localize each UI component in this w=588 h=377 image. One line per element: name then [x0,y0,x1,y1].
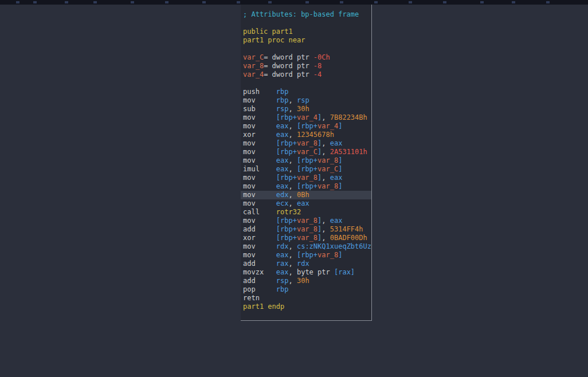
code-line[interactable]: xor [rbp+var_8], 0BADF00Dh [241,234,371,242]
code-line[interactable]: sub rsp, 30h [241,105,371,113]
code-line[interactable]: push rbp [241,88,371,96]
code-token: [rbp+ [276,148,297,156]
code-token: 5314FF4h [330,225,363,233]
code-line[interactable]: add [rbp+var_8], 5314FF4h [241,225,371,234]
code-token: rbp [276,88,289,96]
code-line[interactable]: add rsp, 30h [241,277,371,285]
code-token: mov [243,156,276,164]
code-token: dword ptr [272,70,313,78]
code-token: [rbp+ [297,182,317,190]
code-line[interactable]: mov eax, [rbp+var_8] [241,251,371,260]
code-token: -4 [313,70,322,78]
navigation-band[interactable] [0,0,588,5]
code-token: [rbp+ [297,156,317,164]
code-token: var_8 [297,139,317,147]
code-token: eax [330,139,343,147]
navband-tick [374,1,378,3]
code-token: rdx [297,260,309,268]
navband-tick [93,1,97,3]
navband-tick [237,1,240,3]
code-token: mov [243,251,276,259]
code-token: ecx [276,199,289,207]
code-line[interactable]: call rotr32 [241,208,371,217]
code-token: ] [338,251,342,259]
code-token: xor [243,234,276,242]
code-token: [rbp+ [297,165,317,173]
code-line[interactable]: add rax, rdx [241,260,371,268]
code-token: [rbp+ [276,234,297,242]
code-token: var_C [297,148,317,156]
navband-tick [16,1,19,3]
code-token: var_8 [317,182,338,190]
code-line[interactable]: imul eax, [rbp+var_C] [241,165,371,174]
code-token: , [322,234,330,242]
code-line[interactable] [241,19,371,28]
disassembly-listing[interactable]: ; Attributes: bp-based framepublic part1… [241,5,371,311]
code-line[interactable]: mov eax, [rbp+var_8] [241,156,371,165]
disassembly-panel: ; Attributes: bp-based framepublic part1… [241,5,372,321]
code-token: , [322,139,330,147]
code-token: var_8 [317,251,338,259]
code-token: [rax] [334,268,355,276]
code-token: = [264,70,272,78]
code-line[interactable]: part1 endp [241,303,371,311]
code-line[interactable]: mov [rbp+var_8], eax [241,139,371,148]
code-token: -0Ch [313,53,330,61]
code-line[interactable]: mov rdx, cs:zNKQ1xueqZbt6Uzz [241,242,371,251]
code-line[interactable] [241,45,371,53]
code-line[interactable]: public part1 [241,28,371,36]
navband-tick [33,1,37,3]
code-token: sub [243,105,276,113]
code-token: , [288,199,296,207]
code-line[interactable] [241,79,371,88]
code-token: [rbp+ [276,225,297,233]
code-token: , [288,105,296,113]
code-token: mov [243,174,276,182]
code-token: ; Attributes: bp-based frame [243,10,359,18]
code-line[interactable]: part1 proc near [241,36,371,45]
code-line-current[interactable]: mov edx, 0Bh [241,191,371,199]
code-line[interactable]: var_8= dword ptr -8 [241,62,371,70]
code-line[interactable]: mov [rbp+var_C], 2A531101h [241,148,371,156]
code-line[interactable]: mov [rbp+var_8], eax [241,174,371,182]
code-token: , [288,277,296,285]
code-token: movzx [243,268,276,276]
code-token: , [288,242,296,250]
code-token: pop [243,285,276,293]
code-line[interactable]: mov ecx, eax [241,199,371,208]
code-line[interactable]: mov eax, [rbp+var_4] [241,122,371,131]
code-token: 7B82234Bh [330,113,367,121]
code-token: 30h [297,105,309,113]
code-token: mov [243,96,276,104]
code-token: , [288,96,296,104]
code-token: rdx [276,242,289,250]
navband-tick [409,1,412,3]
code-token: , [322,174,330,182]
navband-tick [512,1,515,3]
code-token: 12345678h [297,131,334,139]
code-token: rotr32 [276,208,301,216]
navband-tick [202,1,206,3]
code-line[interactable]: pop rbp [241,285,371,294]
code-line[interactable]: mov eax, [rbp+var_8] [241,182,371,191]
code-line[interactable]: xor eax, 12345678h [241,131,371,139]
code-token: var_8 [297,174,317,182]
code-token: dword ptr [272,62,313,70]
code-token: -8 [313,62,322,70]
code-line[interactable]: var_4= dword ptr -4 [241,70,371,79]
code-line[interactable]: mov [rbp+var_8], eax [241,217,371,225]
code-token: = [264,62,272,70]
code-line[interactable]: ; Attributes: bp-based frame [241,10,371,19]
code-token: var_C [317,165,338,173]
code-line[interactable]: retn [241,294,371,303]
code-token: ] [338,165,342,173]
code-token: ] [338,122,342,130]
code-token: rsp [297,96,309,104]
code-line[interactable]: movzx eax, byte ptr [rax] [241,268,371,277]
code-line[interactable]: mov [rbp+var_4], 7B82234Bh [241,113,371,122]
code-token: , [322,217,330,225]
code-token: rsp [276,277,289,285]
code-token: , [288,260,296,268]
code-line[interactable]: mov rbp, rsp [241,96,371,105]
code-line[interactable]: var_C= dword ptr -0Ch [241,53,371,62]
